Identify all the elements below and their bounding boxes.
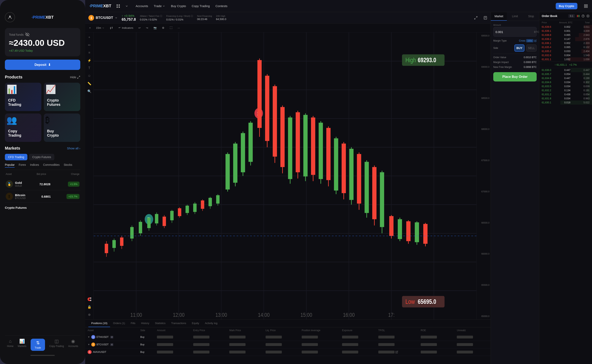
zoom-tool[interactable]: 🔍 [86,88,93,94]
position-row-avax[interactable]: A AVAX/USDT Buy —— —— —— —— —— — [85,348,491,356]
more-btn[interactable]: ··· [176,26,182,30]
sub-tab-popular[interactable]: Popular [5,163,15,168]
pos-tab-statistics[interactable]: Statistics [152,320,168,327]
pos-tab-equity[interactable]: Equity [189,320,202,327]
layers-tool[interactable]: ⊕ [86,311,93,318]
screenshot-btn[interactable]: 📷 [152,26,158,30]
nav-markets[interactable]: 📊 Markets [18,339,26,351]
ob-ask-row-9[interactable]: 61,631.1 1.032 1.030 [539,57,592,61]
nav-copy-trading[interactable]: ◫ Copy-Trading [49,339,64,351]
ob-ask-row-3[interactable]: 61,638.8 0.065 2.943 [539,33,592,37]
expand-chart-icon[interactable] [474,16,478,20]
pen-tool[interactable]: ✏ [86,42,93,48]
buy-crypto-nav-button[interactable]: Buy Crypto [556,3,577,9]
sub-tab-stocks[interactable]: Stocks [64,163,72,168]
chart-type-btn[interactable] [108,26,115,30]
chevron-down-icon[interactable] [125,5,128,8]
book-icon[interactable] [483,16,487,20]
ob-time-icon[interactable] [581,14,585,18]
sub-tab-commodities[interactable]: Commodities [43,163,60,168]
product-buy-crypto[interactable]: ₿ BuyCrypto [44,113,80,142]
product-cfd-trading[interactable]: 📊 CFDTrading [5,83,41,111]
nav-accounts-link[interactable]: Accounts [133,3,151,9]
market-tab-futures[interactable]: Crypto Futures [29,154,54,160]
order-tab-stop[interactable]: Stop [523,12,539,21]
ob-bid-row-8[interactable]: 61,631.8 0.034 0.983 [539,97,592,101]
position-row-btc[interactable]: ▼ ₿ BTC/USDT 4 Buy —— —— —— [85,341,491,348]
ob-ask-row-4[interactable]: 61,638.2 0.147 2.876 [539,37,592,41]
buy-side-button[interactable]: BUY [514,44,525,52]
ob-bid-row-4[interactable]: 61,634.6 0.034 0.302 [539,80,592,84]
hide-button[interactable]: Hide [70,75,80,79]
nav-copy-trading-link[interactable]: Copy Trading [189,3,212,9]
magnet-tool[interactable]: 🧲 [86,296,93,302]
svg-rect-123 [423,224,428,244]
nav-contests-link[interactable]: Contests [213,3,230,9]
crosshair-tool[interactable]: + [86,34,93,40]
ob-ask-row-6[interactable]: 61,635.4 0.065 0.102 [539,45,592,49]
market-tab-cfd[interactable]: CFD Trading [5,154,27,160]
ob-bid-row-9[interactable]: 61,630.1 0.018 5.022 [539,101,592,104]
product-copy-trading[interactable]: 👥 CopyTrading [5,113,41,142]
sub-tab-indices[interactable]: Indices [30,163,39,168]
lines-tool[interactable]: ≡ [86,49,93,56]
pos-tab-positions[interactable]: Positions (10) [88,320,110,327]
nav-trade-link[interactable]: Trade [151,3,168,9]
amount-input[interactable] [495,30,534,34]
order-tab-limit[interactable]: Limit [507,12,523,21]
nav-accounts[interactable]: ◉ Accounts [68,339,78,351]
timeframe-btn[interactable]: 15m [94,26,106,30]
ob-precision[interactable]: 0.1 [568,14,575,18]
nav-home[interactable]: ⌂ Home [7,339,13,351]
lock-tool[interactable]: 🔒 [86,304,93,310]
pos-tab-transactions[interactable]: Transactions [168,320,189,327]
add-toolbar-btn[interactable]: + [88,26,92,30]
sell-side-button[interactable]: SELL [526,44,537,52]
settings-btn[interactable]: ⚙ [160,26,166,30]
edit-tpsl-icon[interactable] [395,351,398,353]
place-order-button[interactable]: Place Buy Order [493,72,537,81]
pos-tab-activity[interactable]: Activity log [202,320,220,327]
emoji-tool[interactable]: ☺ [86,72,93,79]
pos-tab-fills[interactable]: Fills [128,320,138,327]
ob-layout-icon[interactable] [577,14,580,18]
measure-tool[interactable]: 📏 [86,80,93,87]
asset-row-btc[interactable]: ₿ Bitcoin BTC/USD 0.6801 +23.7% [5,190,80,203]
asset-row-gold[interactable]: 🥇 Gold GOLD 72.8028 +1.5% [5,178,80,190]
fullscreen-btn[interactable]: ⛶ [168,26,174,30]
sub-tab-forex[interactable]: Forex [19,163,26,168]
ob-bid-row-2[interactable]: 61,635.7 0.054 0.444 [539,72,592,76]
ob-bid-row-3[interactable]: 61,634.9 0.447 0.190 [539,76,592,80]
nav-buy-crypto-link[interactable]: Buy Crypto [169,3,188,9]
ob-bid-row-5[interactable]: 61,633.5 0.034 0.039 [539,84,592,88]
ob-bid-row-6[interactable]: 61,632.2 0.134 0.191 [539,88,592,92]
avatar[interactable] [5,12,15,22]
ob-bid-row-7[interactable]: 61,631.2 0.438 0.054 [539,92,592,97]
text-tool[interactable]: T [86,65,93,71]
grid-icon[interactable] [116,4,120,8]
show-all-button[interactable]: Show all › [67,147,80,150]
ob-bid-row-1[interactable]: 61,636.0 0.447 0.447 [539,68,592,72]
hide-balance-icon[interactable] [25,32,29,37]
redo-btn[interactable]: ↪ [144,26,150,30]
position-row-eth[interactable]: ▼ ⟠ ETH/USDT 4 Buy —— —— —— [85,333,491,341]
indicators-btn[interactable]: Indicators [117,26,135,30]
edit-margin-icon[interactable] [534,39,537,42]
order-tab-market[interactable]: Market [491,12,507,21]
ticker-pair[interactable]: ₿ BTC/USDT [88,15,117,21]
undo-btn[interactable]: ↩ [137,26,142,30]
ob-ask-row-8[interactable]: 61,632.6 0.004 1.549 [539,53,592,57]
ob-ask-row-2[interactable]: 61,639.1 0.001 3.009 [539,29,592,33]
ob-ask-row-1[interactable]: 61,639.6 0.002 3.011 [539,25,592,29]
ob-ask-row-7[interactable]: 61,635.2 0.033 2.404 [539,49,592,53]
nav-trade[interactable]: ⇅ Trade [31,339,45,351]
fib-tool[interactable]: ⚡ [86,57,93,64]
ob-settings-icon[interactable] [586,14,590,18]
ob-ask-row-5[interactable]: 61,636.1 0.002 2.333 [539,41,592,45]
margin-type-value[interactable]: Cross 100x [519,39,537,42]
pos-tab-history[interactable]: History [138,320,152,327]
product-crypto-futures[interactable]: 📈 CryptoFutures [44,83,80,111]
pos-tab-orders[interactable]: Orders (1) [110,320,128,327]
layout-icon[interactable] [584,4,588,8]
deposit-button[interactable]: Deposit ⬇ [5,60,80,70]
